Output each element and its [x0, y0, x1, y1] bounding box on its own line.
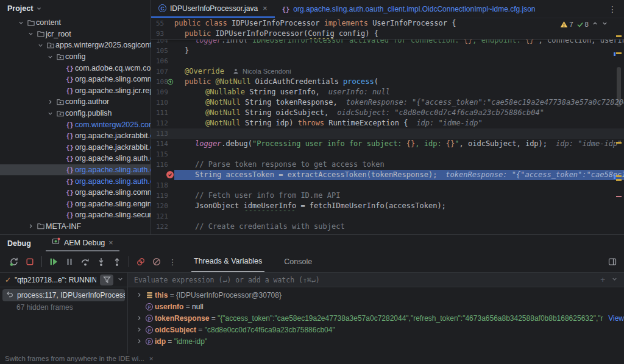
code-editor[interactable]: 7 8 55public class IDPUserInfoProcessor …	[151, 18, 624, 234]
resume-icon[interactable]	[46, 254, 62, 269]
view-value-link[interactable]: View	[608, 314, 624, 323]
variable-row[interactable]: ptokenResponse = "{"access_token":"cae58…	[128, 312, 624, 324]
add-watch-icon[interactable]: +	[600, 275, 605, 284]
chevron-down-icon[interactable]	[36, 42, 45, 49]
tree-item[interactable]: config.publish	[0, 108, 151, 119]
code-line[interactable]: 122// Create credentials with subject	[151, 222, 624, 232]
tree-item[interactable]: {}org.apache.jackrabbit.oa	[0, 130, 151, 142]
code-line[interactable]: 115	[151, 149, 624, 159]
code-line[interactable]: 110@NotNull String tokenResponse,tokenRe…	[151, 97, 624, 108]
editor-options-kebab-icon[interactable]: ⋮	[601, 0, 624, 18]
overrides-method-icon[interactable]	[167, 79, 174, 87]
editor-tab-java[interactable]: C IDPUserInfoProcessor.java ×	[151, 0, 275, 18]
chevron-down-icon[interactable]	[46, 54, 55, 60]
debug-session-tab[interactable]: AEM Debug ×	[46, 235, 119, 251]
pause-icon[interactable]	[62, 254, 77, 269]
code-line[interactable]: 118	[151, 180, 624, 191]
inspection-widget[interactable]: 7 8	[560, 20, 608, 28]
line-number[interactable]: 114	[151, 139, 174, 149]
tree-item[interactable]: {}org.apache.sling.commo	[0, 187, 151, 198]
chevron-down-icon[interactable]	[16, 19, 26, 26]
thread-dropdown-chevron-icon[interactable]	[117, 276, 124, 284]
code-line[interactable]: 113	[151, 128, 624, 139]
tree-item[interactable]: {}com.adobe.cq.wcm.core	[0, 62, 151, 74]
line-number[interactable]: 93	[151, 29, 174, 39]
tree-item[interactable]: {}org.apache.sling.auth.co	[0, 153, 151, 164]
tree-item[interactable]: META-INF	[0, 221, 151, 233]
variable-row[interactable]: puserInfo = null	[128, 301, 624, 312]
tree-item[interactable]: {}org.apache.sling.engine.i	[0, 198, 151, 210]
next-problem-icon[interactable]	[601, 20, 608, 28]
line-number[interactable]: 122	[151, 222, 174, 232]
code-line[interactable]: 121	[151, 211, 624, 222]
view-breakpoints-icon[interactable]	[133, 254, 149, 269]
line-number[interactable]: 105	[151, 46, 174, 56]
tab-console[interactable]: Console	[282, 251, 314, 272]
tree-item[interactable]: jcr_root	[0, 29, 151, 40]
tree-item[interactable]: {}org.apache.sling.commo	[0, 74, 151, 85]
code-line[interactable]: 105}	[151, 46, 624, 56]
step-out-icon[interactable]	[109, 254, 125, 269]
more-icon[interactable]: ⋮	[165, 254, 180, 269]
evaluate-expression-bar[interactable]: Evaluate expression (↵) or add a watch (…	[128, 273, 624, 287]
expand-evaluate-chevron-icon[interactable]	[611, 275, 618, 284]
code-line[interactable]: 120JsonObject idmeUserInfo = fetchIDmeUs…	[151, 201, 624, 211]
line-number[interactable]: 111	[151, 108, 174, 118]
tree-item[interactable]: {}org.apache.jackrabbit.oa	[0, 142, 151, 153]
chevron-right-icon[interactable]	[134, 315, 144, 321]
tab-threads-variables[interactable]: Threads & Variables	[191, 251, 264, 272]
line-number[interactable]: 118	[151, 180, 174, 191]
tree-item[interactable]: {}org.apache.sling.auth.oa	[0, 164, 151, 176]
tree-item[interactable]: {}org.apache.sling.auth.oa	[0, 175, 151, 187]
chevron-down-icon[interactable]	[26, 30, 35, 37]
code-line[interactable]: 108public @NotNull OidcAuthCredentials p…	[151, 77, 624, 87]
tree-item[interactable]: config	[0, 51, 151, 63]
scrollbar-thumb[interactable]	[617, 67, 621, 107]
variable-row[interactable]: poidcSubject = "c8d8e0cc0d7c4f6ca9a23cb7…	[128, 324, 624, 335]
line-number[interactable]: 108	[151, 77, 174, 87]
code-line[interactable]: 112@NotNull String idp) throws RuntimeEx…	[151, 118, 624, 128]
dismiss-hint-icon[interactable]: ×	[149, 355, 154, 362]
editor-tab-json[interactable]: {} org.apache.sling.auth.oauth_client.im…	[275, 0, 543, 18]
code-author-inlay[interactable]: Nicola Scendoni	[233, 68, 291, 75]
code-line[interactable]: 109@Nullable String userInfo,userInfo: n…	[151, 87, 624, 97]
code-line[interactable]: 106	[151, 56, 624, 66]
line-number[interactable]: 110	[151, 97, 174, 108]
line-number[interactable]: 104	[151, 40, 174, 46]
code-line[interactable]: String accessToken = extractAccessToken(…	[151, 170, 624, 180]
rerun-icon[interactable]	[6, 254, 22, 269]
tree-item[interactable]: content	[0, 17, 151, 29]
chevron-right-icon[interactable]	[134, 292, 144, 298]
tree-item[interactable]: config.author	[0, 96, 151, 108]
code-line[interactable]: 111@NotNull String oidcSubject,oidcSubje…	[151, 108, 624, 118]
tree-item[interactable]: apps.wintergw2025.osgiconfig	[0, 40, 151, 51]
line-number[interactable]: 120	[151, 201, 174, 211]
chevron-right-icon[interactable]	[134, 326, 144, 333]
line-number[interactable]: 113	[151, 128, 174, 139]
line-number[interactable]: 107	[151, 66, 174, 77]
variable-row[interactable]: pidp = "idme-idp"	[128, 335, 624, 347]
code-line[interactable]: 114logger.debug("Processing user info fo…	[151, 139, 624, 149]
chevron-right-icon[interactable]	[134, 338, 144, 345]
code-line[interactable]: 104logger.info("IDMeUserInfoProcessor ac…	[151, 40, 624, 46]
filter-frames-button[interactable]	[100, 275, 113, 285]
layout-settings-icon[interactable]	[608, 257, 617, 266]
prev-problem-icon[interactable]	[592, 20, 598, 28]
tree-item[interactable]: {}org.apache.sling.jcr.repo	[0, 85, 151, 97]
stack-frame-row[interactable]: process:117, IDPUserInfoProcessor (	[2, 289, 125, 301]
warnings-indicator[interactable]: 7	[560, 21, 573, 28]
variable-row[interactable]: this = {IDPUserInfoProcessor@30708}	[128, 289, 624, 301]
project-panel-header[interactable]: Project	[0, 0, 151, 17]
close-icon[interactable]: ×	[263, 4, 268, 13]
tree-item[interactable]: {}org.apache.sling.security	[0, 209, 151, 221]
line-number[interactable]: 112	[151, 118, 174, 128]
step-into-icon[interactable]	[93, 254, 109, 269]
code-line[interactable]: 116// Parse token response to get access…	[151, 159, 624, 170]
line-number[interactable]: 55	[151, 18, 174, 29]
line-number[interactable]: 121	[151, 211, 174, 222]
line-number[interactable]	[151, 170, 174, 180]
passed-indicator[interactable]: 8	[576, 21, 589, 28]
line-number[interactable]: 109	[151, 87, 174, 97]
step-over-icon[interactable]	[77, 254, 93, 269]
stop-icon[interactable]	[22, 254, 38, 269]
